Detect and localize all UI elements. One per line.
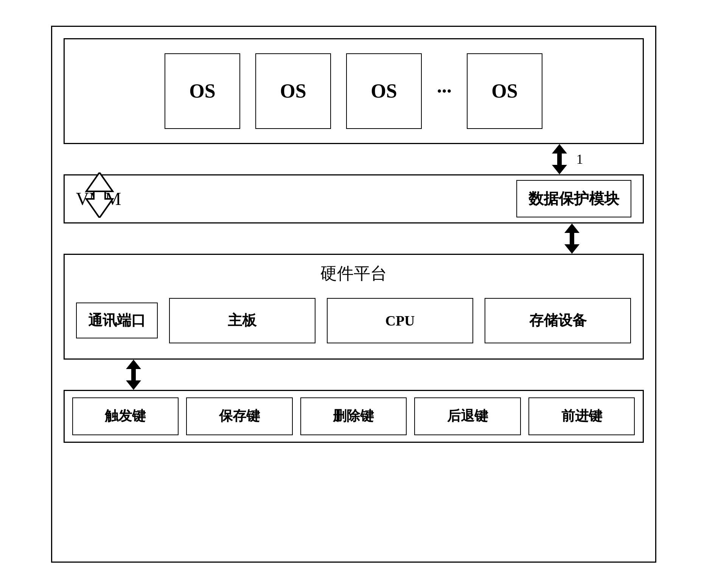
- hardware-title: 硬件平台: [76, 262, 631, 285]
- os-layer: OS OS OS ··· OS: [64, 38, 644, 144]
- svg-rect-7: [570, 233, 574, 244]
- os-box-1: OS: [165, 53, 240, 129]
- data-protection-box: 数据保护模块: [516, 180, 631, 217]
- os-box-2: OS: [255, 53, 331, 129]
- os-box-4: OS: [467, 53, 542, 129]
- os-vmm-arrow-row: 1: [64, 144, 644, 174]
- key-back: 后退键: [414, 397, 521, 435]
- svg-marker-13: [86, 191, 113, 218]
- hw-keyboard-arrow-icon: [122, 360, 145, 390]
- vmm-hw-arrow-icon: [561, 223, 583, 254]
- os-vmm-arrow-area: 1: [177, 144, 644, 174]
- key-delete: 删除键: [300, 397, 407, 435]
- svg-marker-0: [552, 144, 567, 154]
- hw-box-comm: 通讯端口: [76, 303, 158, 338]
- vmm-hw-arrow-area: [177, 223, 644, 254]
- svg-marker-2: [552, 165, 567, 174]
- key-trigger: 触发键: [72, 397, 179, 435]
- vmm-label: VMM: [76, 188, 516, 209]
- spacer-left-1: [64, 144, 177, 174]
- main-diagram: OS OS OS ··· OS 1: [51, 26, 656, 563]
- left-vmm-hw-arrow-icon: [84, 172, 115, 218]
- svg-marker-8: [126, 360, 141, 369]
- hw-box-cpu: CPU: [327, 298, 473, 343]
- key-save: 保存键: [186, 397, 293, 435]
- os-box-3: OS: [346, 53, 422, 129]
- comm-port-with-arrow: 通讯端口: [76, 303, 158, 338]
- arrow-label-1: 1: [576, 151, 583, 167]
- key-forward: 前进键: [528, 397, 635, 435]
- os-vmm-arrow-icon: [548, 144, 571, 174]
- svg-marker-10: [126, 380, 141, 390]
- spacer-left-2: [64, 223, 177, 254]
- hw-keyboard-arrow-row: [64, 360, 644, 390]
- keyboard-layer: 触发键 保存键 删除键 后退键 前进键: [64, 390, 644, 443]
- hw-box-storage: 存储设备: [485, 298, 631, 343]
- os-dots: ···: [437, 80, 452, 102]
- svg-marker-6: [564, 244, 580, 254]
- hw-box-mainboard: 主板: [169, 298, 315, 343]
- svg-rect-11: [131, 369, 136, 380]
- vmm-hw-arrow-row: [64, 223, 644, 254]
- hardware-components: 通讯端口 主板 CPU 存储设备: [76, 292, 631, 349]
- svg-rect-3: [557, 154, 562, 165]
- hardware-layer: 硬件平台 通讯端口 主板 CPU 存储设备: [64, 254, 644, 360]
- vmm-layer: VMM 数据保护模块: [64, 174, 644, 223]
- svg-marker-4: [564, 223, 580, 233]
